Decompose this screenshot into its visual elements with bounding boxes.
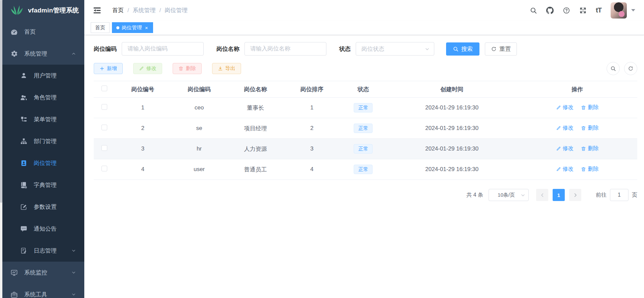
avatar[interactable] <box>611 2 627 19</box>
app-logo[interactable]: vfadmin管理系统 <box>0 0 84 21</box>
table-toolbar: 新增 修改 删除 导出 <box>94 62 637 75</box>
sidebar-item-notices[interactable]: 通知公告 <box>0 218 84 240</box>
column-header: 操作 <box>517 81 637 98</box>
row-checkbox[interactable] <box>101 166 107 171</box>
chevron-down-icon <box>425 46 430 52</box>
search-icon[interactable] <box>530 7 537 14</box>
row-edit-link[interactable]: 修改 <box>556 125 574 132</box>
reset-button-label: 重置 <box>499 45 511 53</box>
sidebar-item-departments[interactable]: 部门管理 <box>0 130 84 152</box>
post-code-label: 岗位编码 <box>94 45 117 53</box>
row-delete-link[interactable]: 删除 <box>581 145 598 152</box>
edit-button[interactable]: 修改 <box>133 63 162 74</box>
cell-post-code: hr <box>171 139 227 159</box>
row-checkbox[interactable] <box>101 125 107 130</box>
sidebar-item-users[interactable]: 用户管理 <box>0 65 84 87</box>
post-name-label: 岗位名称 <box>216 45 239 53</box>
sidebar-item-menus[interactable]: 菜单管理 <box>0 108 84 130</box>
sidebar-item-system-monitor[interactable]: 系统监控 <box>0 262 84 284</box>
help-icon[interactable] <box>563 7 570 14</box>
top-bar: 首页 / 系统管理 / 岗位管理 tT <box>84 0 644 21</box>
add-button[interactable]: 新增 <box>94 63 123 74</box>
sidebar-item-system-management[interactable]: 系统管理 <box>0 43 84 65</box>
row-delete-link[interactable]: 删除 <box>581 166 598 173</box>
post-code-input[interactable] <box>122 42 204 56</box>
sidebar-item-label: 岗位管理 <box>34 159 57 167</box>
users-icon <box>20 94 28 102</box>
sidebar-item-dictionaries[interactable]: 字典管理 <box>0 174 84 196</box>
sidebar-item-label: 用户管理 <box>34 72 57 79</box>
sidebar-item-label: 菜单管理 <box>34 115 57 123</box>
cell-post-name: 董事长 <box>227 98 284 118</box>
sidebar-item-label: 系统监控 <box>24 269 47 276</box>
sidebar-item-system-tools[interactable]: 系统工具 <box>0 284 84 298</box>
select-all-checkbox[interactable] <box>101 86 107 91</box>
fullscreen-icon[interactable] <box>579 7 587 14</box>
cell-created-time: 2024-01-29 16:19:30 <box>386 139 517 159</box>
breadcrumb-home[interactable]: 首页 <box>112 6 124 14</box>
prev-page-button[interactable] <box>536 189 548 201</box>
cell-post-id: 4 <box>115 159 171 180</box>
breadcrumb-system[interactable]: 系统管理 <box>133 6 156 14</box>
row-delete-link[interactable]: 删除 <box>581 104 598 111</box>
sidebar-item-posts[interactable]: 岗位管理 <box>0 152 84 174</box>
export-button[interactable]: 导出 <box>212 63 241 74</box>
post-name-input[interactable] <box>244 42 326 56</box>
status-select[interactable]: 岗位状态 <box>356 42 434 56</box>
search-form: 岗位编码 岗位名称 状态 岗位状态 搜索 重置 <box>94 42 637 56</box>
sidebar-item-label: 角色管理 <box>34 94 57 101</box>
chevron-up-icon <box>71 51 76 56</box>
dashboard-icon <box>10 28 18 36</box>
table-row[interactable]: 1 ceo 董事长 1 正常 2024-01-29 16:19:30 修改 删除 <box>94 98 637 118</box>
breadcrumb-separator: / <box>159 7 161 14</box>
tab-home[interactable]: 首页 <box>91 22 110 33</box>
goto-label: 前往 <box>596 192 607 199</box>
sidebar-item-logs[interactable]: 日志管理 <box>0 240 84 262</box>
sidebar-item-home[interactable]: 首页 <box>0 21 84 43</box>
sidebar-item-parameters[interactable]: 参数设置 <box>0 196 84 218</box>
chevron-right-icon <box>573 193 578 198</box>
row-edit-link[interactable]: 修改 <box>556 145 574 152</box>
column-header: 岗位编码 <box>171 81 227 98</box>
sidebar-scrollbar-thumb[interactable] <box>0 0 2 203</box>
chevron-down-icon <box>520 193 526 198</box>
row-checkbox[interactable] <box>101 104 107 110</box>
table-row[interactable]: 3 hr 人力资源 3 正常 2024-01-29 16:19:30 修改 删除 <box>94 139 637 159</box>
plus-icon <box>99 66 105 71</box>
cell-created-time: 2024-01-29 16:19:30 <box>386 98 517 118</box>
cell-post-sort: 4 <box>284 159 340 180</box>
toggle-search-button[interactable] <box>607 62 620 75</box>
sidebar-item-roles[interactable]: 角色管理 <box>0 87 84 108</box>
font-size-icon[interactable]: tT <box>596 6 602 14</box>
reset-button[interactable]: 重置 <box>485 42 517 56</box>
cell-created-time: 2024-01-29 16:19:30 <box>386 118 517 139</box>
active-tab-dot <box>116 26 119 29</box>
pencil-icon <box>556 126 561 131</box>
refresh-table-button[interactable] <box>624 62 637 75</box>
pencil-icon <box>556 146 561 151</box>
table-row[interactable]: 4 user 普通员工 4 正常 2024-01-29 16:19:30 修改 … <box>94 159 637 180</box>
goto-page-input[interactable] <box>610 189 628 201</box>
sidebar-item-label: 日志管理 <box>34 247 57 255</box>
search-button[interactable]: 搜索 <box>446 42 479 56</box>
collapse-sidebar-icon[interactable] <box>93 6 101 15</box>
table-tools <box>607 62 637 75</box>
row-checkbox[interactable] <box>101 145 107 151</box>
close-icon[interactable]: × <box>144 25 149 31</box>
column-header: 岗位编号 <box>115 81 171 98</box>
row-edit-link[interactable]: 修改 <box>556 104 574 111</box>
page-size-value: 10条/页 <box>498 192 515 198</box>
caret-down-icon[interactable] <box>631 9 635 11</box>
delete-button[interactable]: 删除 <box>173 63 202 74</box>
table-row[interactable]: 2 se 项目经理 2 正常 2024-01-29 16:19:30 修改 删除 <box>94 118 637 139</box>
gear-icon <box>10 50 18 58</box>
github-icon[interactable] <box>546 7 554 14</box>
sidebar-item-label: 参数设置 <box>34 203 57 211</box>
row-edit-link[interactable]: 修改 <box>556 166 574 173</box>
sidebar-scrollbar[interactable] <box>0 0 2 298</box>
tab-post-management[interactable]: 岗位管理 × <box>112 22 153 33</box>
next-page-button[interactable] <box>569 189 581 201</box>
row-delete-link[interactable]: 删除 <box>581 125 598 132</box>
page-number-button[interactable]: 1 <box>553 189 565 201</box>
page-size-select[interactable]: 10条/页 <box>489 189 529 201</box>
